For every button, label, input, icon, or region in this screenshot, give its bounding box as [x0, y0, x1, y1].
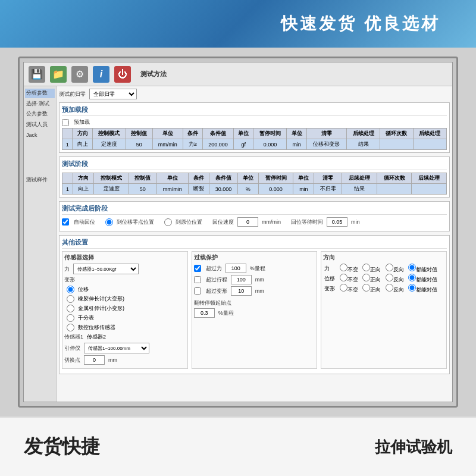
preload-col-mode: 控制模式 — [92, 129, 126, 139]
other-settings-title: 其他设置 — [62, 238, 447, 249]
disk-icon[interactable]: 💾 — [29, 66, 45, 83]
dir-disp-forward[interactable] — [362, 274, 370, 281]
sidebar-item-public-params[interactable]: 公共参数 — [25, 109, 55, 119]
deform-rubber-radio[interactable] — [67, 295, 74, 303]
sidebar-item-jack[interactable]: Jack — [25, 131, 55, 140]
return-speed-input[interactable] — [237, 217, 258, 227]
stretch-select[interactable]: 传感器1~100.00mm — [84, 343, 149, 353]
sidebar-item-tester[interactable]: 测试人员 — [25, 120, 55, 130]
gear-icon[interactable]: ⚙ — [71, 66, 88, 83]
origin-radio[interactable] — [164, 218, 172, 226]
right-content: 测试前归零 全部归零 预加载段 预加载 — [57, 86, 452, 402]
test-row-1: 1 向上 定速度 50 mm/min 断裂 30.000 % 0.000 m — [62, 184, 447, 195]
over-travel-checkbox[interactable] — [194, 276, 201, 283]
over-deform-checkbox[interactable] — [194, 287, 201, 295]
folder-icon[interactable]: 📁 — [50, 66, 67, 83]
reset-point-unit: %量程 — [218, 309, 234, 317]
content-layout: 分析参数 选择·测试 公共参数 测试人员 Jack 测试样件 — [24, 86, 452, 402]
dir-deform-forward[interactable] — [362, 284, 370, 292]
over-travel-row: 超过行程 mm — [194, 275, 315, 284]
test-col-pauseunit: 单位 — [293, 173, 314, 184]
test-col-clear: 清零 — [314, 173, 342, 184]
dir-force-both[interactable] — [408, 264, 416, 271]
preload-checkbox[interactable] — [62, 119, 69, 126]
over-deform-input[interactable] — [231, 286, 252, 296]
stretch-label: 引伸仪 — [64, 345, 80, 352]
test-col-condval: 条件值 — [209, 173, 238, 184]
test-col-condunit: 单位 — [237, 173, 258, 184]
dir-deform-both[interactable] — [408, 284, 416, 292]
test-reset-select[interactable]: 全部归零 — [89, 89, 137, 99]
deform-label: 变形 — [64, 276, 75, 284]
preload-col-condval: 条件值 — [203, 129, 234, 139]
bottom-right-text: 拉伸试验机 — [375, 437, 452, 458]
monitor: 💾 📁 ⚙ i ⏻ 测试方法 分析参数 选择·测试 — [18, 57, 458, 408]
cut-unit: mm — [108, 357, 117, 363]
preload-col-loop: 循环次数 — [380, 129, 414, 139]
protection-title: 过载保护 — [194, 253, 315, 262]
over-travel-label: 超过行程 — [206, 276, 227, 284]
force-sensor-row: 力 传感器1~50.00Kgf — [64, 264, 186, 274]
dir-disp-reverse[interactable] — [386, 274, 393, 281]
top-banner-text: 快速发货 优良选材 — [281, 12, 440, 35]
sidebar-item-analysis[interactable]: 分析参数 — [25, 89, 55, 98]
preload-col-val: 控制值 — [126, 129, 152, 139]
dir-deform-reverse[interactable] — [386, 284, 393, 292]
test-col-num — [62, 173, 73, 184]
sensor1-label: 传感器1 — [64, 333, 83, 341]
deform-rubber-row: 橡胶伸长计(大变形) — [67, 295, 186, 303]
dir-deform-unchanged[interactable] — [340, 284, 347, 292]
preload-col-clear: 清零 — [306, 129, 346, 139]
auto-return-checkbox[interactable] — [62, 218, 69, 226]
dir-force-reverse[interactable] — [386, 264, 393, 271]
wait-time-input[interactable] — [327, 217, 347, 227]
deform-metal-row: 金属引伸计(小变形) — [67, 305, 186, 312]
over-deform-unit: mm — [255, 288, 264, 294]
dir-disp-both[interactable] — [408, 274, 416, 281]
over-travel-input[interactable] — [231, 275, 252, 284]
test-col-post: 后续处理 — [342, 173, 377, 184]
preload-col-cond: 条件 — [183, 129, 203, 139]
over-force-checkbox[interactable] — [194, 265, 201, 272]
preload-row-1: 1 向上 定速度 50 mm/min 力≥ 200.000 gf 0.000 — [62, 139, 447, 150]
dir-force-forward[interactable] — [362, 264, 370, 271]
auto-return-label: 自动回位 — [74, 218, 95, 226]
test-table: 方向 控制模式 控制值 单位 条件 条件值 单位 暂停时间 单位 清零 — [62, 173, 447, 195]
dir-disp-unchanged[interactable] — [340, 274, 347, 281]
info-icon[interactable]: i — [93, 66, 109, 83]
test-col-dir: 方向 — [73, 173, 94, 184]
wait-time-unit: min — [351, 219, 360, 225]
deform-disp-radio[interactable] — [67, 286, 74, 293]
test-title: 测试阶段 — [62, 159, 447, 170]
test-section: 测试阶段 方向 控制模式 控制值 单位 条件 条件值 — [59, 156, 450, 198]
preload-col-condunit: 单位 — [233, 129, 253, 139]
post-test-title: 测试完成后阶段 — [62, 204, 447, 215]
cut-input[interactable] — [84, 355, 105, 365]
preload-table: 方向 控制模式 控制值 单位 条件 条件值 单位 暂停时间 单位 清零 — [62, 128, 447, 150]
direction-disp-row: 位移 不变 正向 反向 都能对值 — [323, 274, 444, 284]
deform-cnc-radio[interactable] — [67, 324, 74, 331]
deform-metal-radio[interactable] — [67, 305, 74, 312]
return-speed-label: 回位速度 — [212, 218, 234, 226]
post-test-section: 测试完成后阶段 自动回位 到位移零点位置 到原位位置 回位速度 — [59, 201, 450, 231]
preload-checkbox-row: 预加载 — [62, 118, 447, 126]
cut-row: 切换点 mm — [64, 355, 186, 365]
dir-force-unchanged[interactable] — [340, 264, 347, 271]
deform-options: 位移 橡胶伸长计(大变形) 金属引伸计(小变形) — [64, 286, 186, 331]
test-reset-row: 测试前归零 全部归零 — [59, 89, 450, 99]
sensor-section: 传感器选择 力 传感器1~50.00Kgf 变形 — [62, 251, 188, 369]
over-force-input[interactable] — [226, 264, 246, 273]
test-col-val: 控制值 — [129, 173, 156, 184]
deform-dial-radio[interactable] — [67, 314, 74, 322]
preload-col-post: 后续处理 — [347, 129, 380, 139]
test-col-loop: 循环次数 — [377, 173, 412, 184]
pos-zero-radio[interactable] — [105, 218, 113, 226]
reset-point-input[interactable] — [194, 308, 215, 318]
over-travel-unit: mm — [255, 277, 264, 283]
three-col-layout: 传感器选择 力 传感器1~50.00Kgf 变形 — [62, 251, 447, 371]
preload-col-unit: 单位 — [152, 129, 183, 139]
sidebar-item-sample[interactable]: 测试样件 — [25, 176, 55, 185]
power-icon[interactable]: ⏻ — [114, 66, 131, 83]
sidebar-item-select-test[interactable]: 选择·测试 — [25, 99, 55, 109]
force-sensor-select[interactable]: 传感器1~50.00Kgf — [73, 264, 139, 274]
